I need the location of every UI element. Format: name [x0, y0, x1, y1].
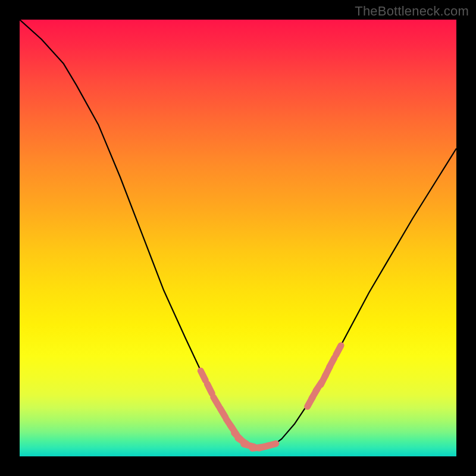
plot-area [20, 20, 456, 456]
heatmap-gradient [20, 20, 456, 456]
watermark-text: TheBottleneck.com [355, 4, 469, 19]
